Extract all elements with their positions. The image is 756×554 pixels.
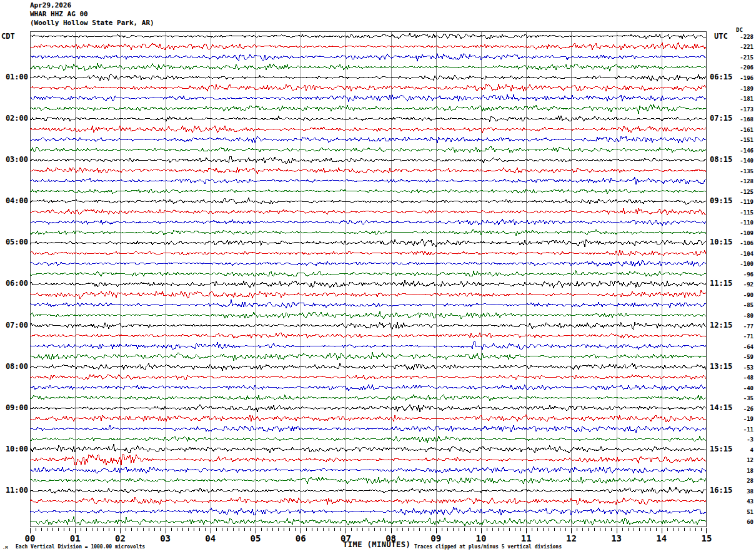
seismo-trace-row-13 <box>30 168 706 174</box>
seismo-trace-row-16 <box>30 198 706 204</box>
dc-value-row-41: 12 <box>716 457 754 463</box>
dc-value-row-43: 28 <box>716 478 754 484</box>
seismo-trace-row-3 <box>30 63 706 71</box>
seismo-trace-row-35 <box>30 395 706 401</box>
seismo-trace-row-30 <box>30 341 706 350</box>
seismo-trace-row-24 <box>30 281 706 288</box>
dc-value-row-39: -3 <box>716 436 754 443</box>
seismo-trace-row-27 <box>30 311 706 318</box>
seismo-trace-row-15 <box>30 189 706 194</box>
seismogram-traces-canvas <box>30 31 707 527</box>
dc-value-row-29: -71 <box>716 333 754 340</box>
seismo-trace-row-44 <box>30 487 706 493</box>
dc-value-row-33: -48 <box>716 375 754 381</box>
cdt-label-0500: 05:00 <box>0 238 28 246</box>
dc-value-row-19: -109 <box>716 230 754 236</box>
seismo-trace-row-47 <box>30 516 706 525</box>
seismo-trace-row-1 <box>30 43 706 50</box>
dc-value-row-46: 51 <box>716 509 754 515</box>
seismo-trace-row-38 <box>30 425 706 433</box>
seismo-trace-row-37 <box>30 415 706 422</box>
dc-value-row-24: -92 <box>716 281 754 288</box>
dc-value-row-28: -77 <box>716 323 754 330</box>
seismo-trace-row-22 <box>30 260 706 266</box>
dc-value-row-16: -119 <box>716 199 754 205</box>
seismo-trace-row-40 <box>30 444 706 452</box>
seismo-trace-row-10 <box>30 136 706 143</box>
dc-value-row-47: 60 <box>716 519 754 525</box>
seismo-trace-row-2 <box>30 54 706 61</box>
dc-value-row-2: -215 <box>716 54 754 61</box>
dc-value-row-35: -35 <box>716 395 754 401</box>
dc-value-row-7: -173 <box>716 106 754 113</box>
seismo-trace-row-14 <box>30 178 706 184</box>
dc-value-row-23: -96 <box>716 271 754 278</box>
dc-value-row-4: -196 <box>716 75 754 81</box>
minute-label-14: 14 <box>656 533 667 543</box>
dc-value-row-26: -85 <box>716 302 754 308</box>
cdt-label-0800: 08:00 <box>0 363 28 371</box>
minute-label-13: 13 <box>611 533 622 543</box>
dc-value-row-30: -64 <box>716 344 754 350</box>
dc-value-row-20: -106 <box>716 240 754 246</box>
dc-value-row-11: -146 <box>716 148 754 154</box>
dc-value-row-45: 43 <box>716 498 754 505</box>
dc-value-row-1: -221 <box>716 44 754 50</box>
seismo-trace-row-12 <box>30 156 706 164</box>
minute-label-03: 03 <box>160 533 171 543</box>
cdt-label-0700: 07:00 <box>0 321 28 330</box>
seismo-trace-row-28 <box>30 322 706 329</box>
dc-value-row-12: -140 <box>716 158 754 164</box>
minute-label-02: 02 <box>115 533 126 543</box>
minute-label-09: 09 <box>430 533 441 543</box>
seismo-trace-row-39 <box>30 436 706 443</box>
dc-value-row-31: -59 <box>716 354 754 360</box>
seismo-trace-row-33 <box>30 375 706 380</box>
dc-value-row-9: -161 <box>716 127 754 133</box>
seismo-trace-row-29 <box>30 333 706 338</box>
dc-value-row-13: -135 <box>716 168 754 174</box>
seismo-trace-row-7 <box>30 104 706 114</box>
minute-label-01: 01 <box>70 533 81 543</box>
dc-value-row-8: -168 <box>716 116 754 123</box>
corner-mark: .M <box>2 545 7 550</box>
minute-label-11: 11 <box>521 533 532 543</box>
seismo-trace-row-36 <box>30 405 706 412</box>
dc-value-row-18: -110 <box>716 219 754 226</box>
minute-label-06: 06 <box>296 533 306 543</box>
dc-value-row-6: -181 <box>716 96 754 102</box>
dc-value-row-27: -80 <box>716 313 754 319</box>
dc-value-row-14: -128 <box>716 178 754 184</box>
seismo-trace-row-43 <box>30 476 706 484</box>
dc-value-row-25: -90 <box>716 292 754 298</box>
dc-value-row-15: -125 <box>716 189 754 195</box>
cdt-label-0100: 01:00 <box>0 73 28 81</box>
cdt-label-0600: 06:00 <box>0 280 28 288</box>
seismo-trace-row-41 <box>30 455 706 465</box>
cdt-label-1100: 11:00 <box>0 486 28 495</box>
cdt-label-0200: 02:00 <box>0 114 28 123</box>
seismo-trace-row-8 <box>30 116 706 122</box>
minute-label-12: 12 <box>566 533 577 543</box>
seismo-trace-row-20 <box>30 239 706 248</box>
dc-value-row-0: -228 <box>716 34 754 40</box>
minute-label-05: 05 <box>251 533 261 543</box>
dc-value-row-3: -206 <box>716 64 754 71</box>
dc-value-row-37: -19 <box>716 416 754 422</box>
seismo-trace-row-17 <box>30 208 706 215</box>
dc-value-row-32: -53 <box>716 365 754 371</box>
seismo-trace-row-9 <box>30 126 706 133</box>
seismo-trace-row-42 <box>30 466 706 473</box>
dc-value-row-42: 18 <box>716 468 754 474</box>
dc-value-row-17: -115 <box>716 209 754 216</box>
seismo-trace-row-32 <box>30 363 706 371</box>
seismo-trace-row-11 <box>30 146 706 153</box>
x-axis-title: TIME (MINUTES) <box>343 540 410 549</box>
minute-label-04: 04 <box>205 533 216 543</box>
seismo-trace-row-21 <box>30 250 706 256</box>
seismo-trace-row-23 <box>30 271 706 277</box>
cdt-label-1000: 10:00 <box>0 445 28 453</box>
dc-value-row-21: -104 <box>716 251 754 257</box>
seismo-trace-row-34 <box>30 385 706 391</box>
dc-value-row-44: 38 <box>716 488 754 495</box>
